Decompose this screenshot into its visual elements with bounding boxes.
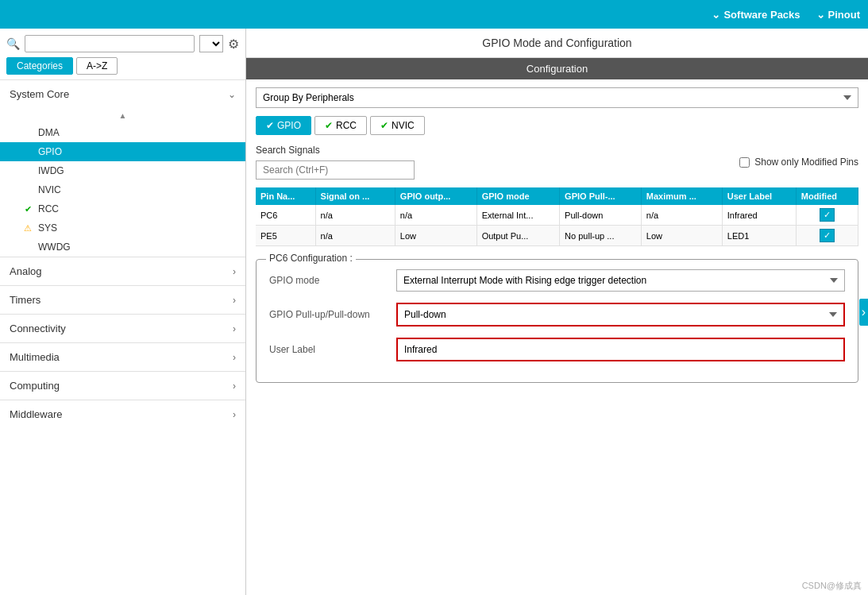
col-gpio-output: GPIO outp... xyxy=(395,187,476,205)
section-timers-header[interactable]: Timers › xyxy=(0,286,245,314)
sidebar-item-wwdg[interactable]: WWDG xyxy=(0,238,245,257)
rcc-check-icon: ✔ xyxy=(22,204,33,214)
gpio-mode-select[interactable]: External Interrupt Mode with Rising edge… xyxy=(396,269,845,292)
group-by-select[interactable]: Group By Peripherals xyxy=(256,87,858,108)
sidebar-item-label-sys: SYS xyxy=(38,222,57,234)
software-packs-button[interactable]: ⌄ Software Packs xyxy=(712,9,800,21)
pinout-button[interactable]: ⌄ Pinout xyxy=(816,9,860,21)
section-computing-header[interactable]: Computing › xyxy=(0,372,245,400)
tab-nvic[interactable]: ✔ NVIC xyxy=(370,116,425,135)
col-gpio-mode: GPIO mode xyxy=(476,187,559,205)
gpio-mode-label: GPIO mode xyxy=(269,275,396,286)
col-maximum: Maximum ... xyxy=(641,187,722,205)
gpio-mode-title: GPIO Mode and Configuration xyxy=(482,37,631,49)
gpio-mode-control: External Interrupt Mode with Rising edge… xyxy=(396,269,845,292)
group-by-row: Group By Peripherals xyxy=(256,87,858,108)
section-connectivity-header[interactable]: Connectivity › xyxy=(0,315,245,342)
user-label-label: User Label xyxy=(269,344,396,355)
sys-warn-icon: ⚠ xyxy=(22,223,33,234)
section-analog: Analog › xyxy=(0,257,245,285)
config-tabs: ✔ GPIO ✔ RCC ✔ NVIC xyxy=(256,116,858,135)
gpio-header: GPIO Mode and Configuration xyxy=(246,29,868,58)
sidebar-item-dma[interactable]: DMA xyxy=(0,123,245,142)
section-system-core-label: System Core xyxy=(10,88,69,100)
cell-signal-on-0: n/a xyxy=(315,205,395,226)
gpio-tab-check-icon: ✔ xyxy=(266,120,274,131)
search-icon: 🔍 xyxy=(6,37,20,50)
col-pin-name: Pin Na... xyxy=(256,187,315,205)
section-multimedia: Multimedia › xyxy=(0,342,245,371)
sidebar-item-gpio[interactable]: GPIO xyxy=(0,142,245,161)
nvic-tab-check-icon: ✔ xyxy=(380,120,388,131)
user-label-control xyxy=(396,338,845,361)
pc6-config-section: PC6 Configuration : GPIO mode External I… xyxy=(256,259,858,383)
chevron-down-icon2: ⌄ xyxy=(816,9,825,21)
table-row[interactable]: PC6 n/a n/a External Int... Pull-down n/… xyxy=(256,205,858,226)
rcc-tab-label: RCC xyxy=(336,120,357,131)
col-modified: Modified xyxy=(796,187,858,205)
search-signals-row: Search Signals Show only Modified Pins xyxy=(256,145,858,180)
section-system-core: System Core ⌄ ▲ DMA GPIO IWDG xyxy=(0,79,245,257)
user-label-input[interactable] xyxy=(396,338,845,361)
chevron-right-icon-analog: › xyxy=(233,266,236,277)
search-signals-label: Search Signals xyxy=(256,145,415,156)
sidebar-item-label-gpio: GPIO xyxy=(38,146,62,157)
modified-check-icon-0: ✓ xyxy=(820,208,835,222)
chevron-right-icon-timers: › xyxy=(233,295,236,306)
col-user-label: User Label xyxy=(722,187,796,205)
sidebar-search-row: 🔍 ⚙ xyxy=(0,29,245,56)
section-multimedia-header[interactable]: Multimedia › xyxy=(0,343,245,371)
chevron-right-icon-multimedia: › xyxy=(233,352,236,363)
right-scroll-hint[interactable]: › xyxy=(859,299,868,326)
section-timers: Timers › xyxy=(0,285,245,314)
sidebar-item-nvic[interactable]: NVIC xyxy=(0,180,245,199)
top-bar: ⌄ Software Packs ⌄ Pinout xyxy=(0,0,868,29)
section-system-core-header[interactable]: System Core ⌄ xyxy=(0,80,245,108)
table-row[interactable]: PE5 n/a Low Output Pu... No pull-up ... … xyxy=(256,226,858,246)
signal-table: Pin Na... Signal on ... GPIO outp... GPI… xyxy=(256,187,858,246)
tab-gpio[interactable]: ✔ GPIO xyxy=(256,116,311,135)
show-modified-checkbox[interactable] xyxy=(739,157,750,168)
search-dropdown[interactable] xyxy=(199,35,223,52)
gear-icon[interactable]: ⚙ xyxy=(228,37,239,52)
gpio-pull-select[interactable]: Pull-down xyxy=(396,303,845,326)
section-analog-header[interactable]: Analog › xyxy=(0,257,245,285)
scroll-hint: ▲ xyxy=(0,108,245,123)
pc6-config-legend: PC6 Configuration : xyxy=(266,253,356,264)
cell-modified-0: ✓ xyxy=(796,205,858,226)
cell-user-label-0: Infrared xyxy=(722,205,796,226)
cell-gpio-mode-0: External Int... xyxy=(476,205,559,226)
cell-gpio-pull-0: Pull-down xyxy=(560,205,642,226)
main-layout: 🔍 ⚙ Categories A->Z System Core ⌄ ▲ DMA xyxy=(0,29,868,595)
rcc-tab-check-icon: ✔ xyxy=(325,120,333,131)
sidebar-item-label-dma: DMA xyxy=(38,127,60,138)
search-signals-input[interactable] xyxy=(256,160,415,180)
sidebar-item-label-iwdg: IWDG xyxy=(38,165,64,176)
search-input[interactable] xyxy=(25,35,195,52)
sidebar-item-iwdg[interactable]: IWDG xyxy=(0,161,245,180)
gpio-tab-label: GPIO xyxy=(277,120,301,131)
top-bar-buttons: ⌄ Software Packs ⌄ Pinout xyxy=(712,9,860,21)
tab-a-to-z[interactable]: A->Z xyxy=(76,57,118,75)
sidebar-item-sys[interactable]: ⚠ SYS xyxy=(0,218,245,238)
chevron-right-icon-computing: › xyxy=(233,381,236,392)
sidebar-tabs: Categories A->Z xyxy=(0,56,245,79)
section-middleware-label: Middleware xyxy=(10,408,62,420)
section-middleware-header[interactable]: Middleware › xyxy=(0,400,245,428)
section-middleware: Middleware › xyxy=(0,400,245,428)
cell-gpio-output-1: Low xyxy=(395,226,476,246)
watermark: CSDN@修成真 xyxy=(802,580,862,592)
gpio-pull-control: Pull-down xyxy=(396,303,845,326)
section-connectivity-label: Connectivity xyxy=(10,323,66,334)
gpio-mode-row: GPIO mode External Interrupt Mode with R… xyxy=(269,269,845,292)
col-signal-on: Signal on ... xyxy=(315,187,395,205)
chevron-down-icon-system-core: ⌄ xyxy=(228,89,236,100)
tab-categories[interactable]: Categories xyxy=(6,57,73,75)
cell-maximum-1: Low xyxy=(641,226,722,246)
software-packs-label: Software Packs xyxy=(723,9,800,21)
tab-rcc[interactable]: ✔ RCC xyxy=(314,116,367,135)
cell-modified-1: ✓ xyxy=(796,226,858,246)
modified-check-icon-1: ✓ xyxy=(820,229,835,242)
section-computing-label: Computing xyxy=(10,380,60,392)
sidebar-item-rcc[interactable]: ✔ RCC xyxy=(0,199,245,218)
